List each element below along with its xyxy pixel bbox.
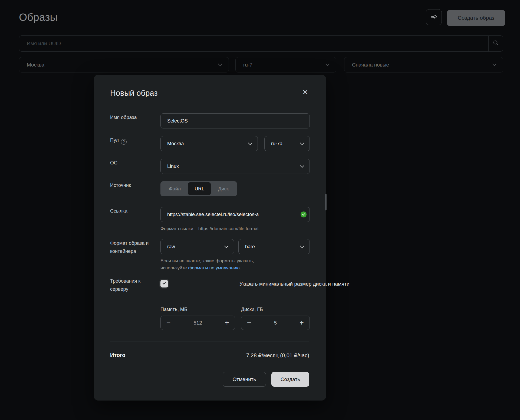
os-label: ОС (110, 155, 158, 167)
container-format-select[interactable]: bare (238, 239, 310, 254)
submit-button[interactable]: Создать (271, 372, 309, 387)
pool-filter-value: ru-7 (243, 62, 252, 68)
close-icon[interactable]: ✕ (302, 89, 308, 96)
help-icon[interactable]: ? (121, 139, 127, 145)
pool-filter[interactable]: ru-7 (235, 57, 336, 72)
source-option-disk[interactable]: Диск (211, 182, 236, 195)
url-input[interactable] (160, 207, 310, 222)
sort-filter[interactable]: Сначала новые (344, 57, 503, 72)
modal-scrollbar[interactable] (325, 194, 327, 210)
memory-increment-button[interactable]: + (219, 316, 235, 330)
chevron-down-icon (492, 62, 497, 66)
memory-value[interactable]: 512 (176, 320, 219, 326)
image-format-value: raw (167, 244, 175, 250)
chevron-down-icon (248, 141, 252, 145)
import-icon (430, 13, 438, 21)
disk-value[interactable]: 5 (257, 320, 294, 326)
chevron-down-icon (325, 62, 330, 66)
chevron-down-icon (300, 163, 304, 168)
total-price: 7,28 ₽/месяц (0,01 ₽/час) (246, 352, 309, 359)
source-label: Источник (110, 178, 158, 189)
search-submit[interactable] (488, 36, 503, 51)
pool-region-select[interactable]: Москва (160, 136, 258, 151)
region-filter[interactable]: Москва (19, 57, 229, 72)
format-label: Формат образа и контейнера (110, 236, 158, 255)
disk-decrement-button[interactable]: − (241, 316, 257, 330)
search-bar (19, 35, 503, 52)
region-filter-value: Москва (27, 62, 44, 68)
modal-title: Новый образ (110, 89, 158, 98)
page-title: Образы (19, 11, 58, 23)
divider (110, 342, 309, 342)
images-page: Образы Создать образ Москва ru-7 Сначала… (0, 0, 520, 420)
search-icon (493, 40, 499, 47)
search-input[interactable] (19, 36, 488, 51)
image-name-input[interactable] (160, 113, 310, 128)
memory-stepper: − 512 + (160, 316, 235, 330)
os-value: Linux (167, 164, 179, 169)
chevron-down-icon (300, 244, 304, 248)
os-select[interactable]: Linux (160, 159, 310, 174)
pool-region-value: Москва (167, 141, 184, 147)
disk-stepper: − 5 + (241, 316, 310, 330)
import-image-button[interactable] (426, 9, 442, 25)
min-size-checkbox[interactable] (160, 280, 168, 287)
image-format-select[interactable]: raw (160, 239, 234, 254)
pool-segment-select[interactable]: ru-7a (264, 136, 310, 151)
valid-check-icon (301, 211, 307, 217)
format-hint: Если вы не знаете, какие форматы указать… (160, 257, 269, 272)
checkbox-check-icon (162, 281, 167, 287)
chevron-down-icon (300, 141, 304, 145)
sort-filter-value: Сначала новые (352, 62, 389, 68)
create-image-button[interactable]: Создать образ (447, 10, 505, 26)
url-label: Ссылка (110, 203, 158, 215)
requirements-label: Требования к серверу (110, 276, 158, 293)
pool-segment-value: ru-7a (271, 141, 282, 147)
container-format-value: bare (245, 244, 255, 250)
pool-label: Пул? (110, 133, 158, 145)
total-label: Итого (110, 352, 125, 358)
url-hint: Формат ссылки – https://domain.com/file.… (160, 225, 310, 232)
chevron-down-icon (218, 62, 222, 66)
disk-increment-button[interactable]: + (294, 316, 310, 330)
source-option-file[interactable]: Файл (162, 182, 188, 195)
chevron-down-icon (224, 244, 229, 248)
source-option-url[interactable]: URL (188, 182, 211, 195)
memory-decrement-button[interactable]: − (161, 316, 176, 330)
memory-label: Память, МБ (160, 307, 235, 312)
default-formats-link[interactable]: форматы по умолчанию. (188, 265, 241, 270)
image-name-label: Имя образа (110, 110, 158, 121)
source-segmented-control: Файл URL Диск (160, 181, 237, 196)
disk-label: Диски, ГБ (241, 307, 310, 312)
new-image-modal: Новый образ ✕ Имя образа Пул? Москва ru-… (94, 75, 326, 401)
min-size-checkbox-label[interactable]: Указать минимальный размер диска и памят… (239, 280, 353, 288)
cancel-button[interactable]: Отменить (223, 372, 266, 387)
